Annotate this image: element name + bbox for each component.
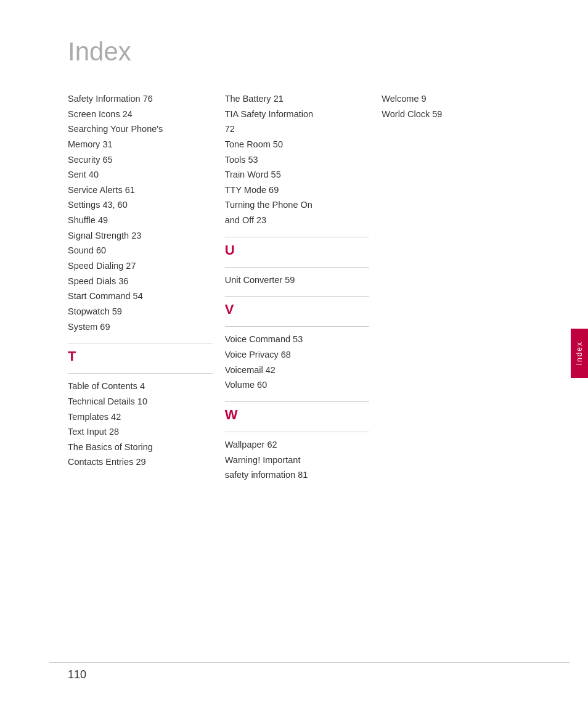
section-letter-v: V [225, 302, 370, 318]
list-item: System 69 [68, 319, 213, 335]
list-item: Sent 40 [68, 167, 213, 183]
list-item: Speed Dials 36 [68, 274, 213, 289]
section-letter-u: U [225, 242, 370, 258]
side-tab-label: Index [575, 341, 584, 365]
list-item: Shuffle 49 [68, 213, 213, 228]
section-divider [225, 401, 370, 402]
section-divider [225, 267, 370, 268]
list-item: Signal Strength 23 [68, 228, 213, 244]
list-item: Table of Contents 4 [68, 379, 213, 394]
list-item: Safety Information 76 [68, 91, 213, 107]
list-item: Voicemail 42 [225, 363, 370, 378]
list-item: Screen Icons 24 [68, 107, 213, 122]
list-item: Settings 43, 60 [68, 197, 213, 213]
list-item: Warning! Importantsafety information 81 [225, 453, 370, 483]
list-item: Speed Dialing 27 [68, 258, 213, 274]
bottom-line [49, 662, 570, 663]
list-item: Sound 60 [68, 243, 213, 258]
column-3: Welcome 9 World Clock 59 [382, 91, 539, 483]
column-1: Safety Information 76 Screen Icons 24 Se… [68, 91, 225, 483]
list-item: TIA Safety Information72 [225, 107, 370, 137]
list-item: TTY Mode 69 [225, 183, 370, 198]
list-item: Tone Room 50 [225, 137, 370, 152]
list-item: Security 65 [68, 152, 213, 168]
list-item: Tools 53 [225, 152, 370, 168]
section-divider [225, 296, 370, 297]
list-item: Turning the Phone Onand Off 23 [225, 197, 370, 228]
page: Index Safety Information 76 Screen Icons… [0, 0, 588, 706]
list-item: Service Alerts 61 [68, 183, 213, 198]
section-divider [225, 326, 370, 327]
list-item: Wallpaper 62 [225, 437, 370, 453]
page-number: 110 [68, 668, 86, 681]
list-item: Voice Privacy 68 [225, 347, 370, 363]
section-divider [68, 373, 213, 374]
list-item: Start Command 54 [68, 289, 213, 304]
list-item: Train Word 55 [225, 167, 370, 183]
list-item: World Clock 59 [382, 107, 526, 122]
side-tab-index: Index [571, 329, 588, 378]
list-item: Text Input 28 [68, 424, 213, 440]
list-item: Voice Command 53 [225, 332, 370, 347]
page-title: Index [68, 37, 539, 67]
list-item: Stopwatch 59 [68, 304, 213, 319]
column-2: The Battery 21 TIA Safety Information72 … [225, 91, 382, 483]
section-letter-w: W [225, 407, 370, 423]
list-item: Volume 60 [225, 377, 370, 393]
index-content: Safety Information 76 Screen Icons 24 Se… [68, 91, 539, 483]
list-item: Templates 42 [68, 409, 213, 425]
list-item: The Battery 21 [225, 91, 370, 107]
section-divider [225, 237, 370, 237]
section-divider [68, 343, 213, 343]
list-item: Technical Details 10 [68, 394, 213, 409]
section-letter-t: T [68, 348, 213, 364]
section-divider [225, 432, 370, 432]
list-item: The Basics of StoringContacts Entries 29 [68, 440, 213, 470]
list-item: Unit Converter 59 [225, 273, 370, 288]
list-item: Welcome 9 [382, 91, 526, 107]
list-item: Searching Your Phone'sMemory 31 [68, 121, 213, 152]
